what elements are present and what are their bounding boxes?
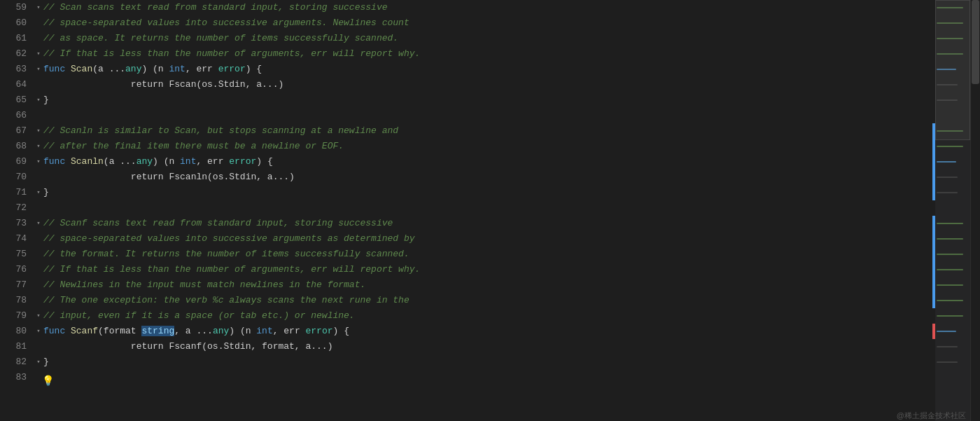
fold-icon[interactable]: ▾ [34,324,43,339]
line-row: 63▾func Scan(a ...any) (n int, err error… [0,62,935,77]
minimap-line [935,139,970,154]
minimap-line [935,308,970,324]
minimap-line [935,262,970,277]
line-number: 79 [0,308,34,324]
fold-icon[interactable]: ▾ [34,185,43,200]
line-row: 70 return Fscanln(os.Stdin, a...) [0,170,935,185]
minimap-thumb[interactable] [935,0,970,140]
fold-icon[interactable]: ▾ [34,46,43,62]
line-number: 70 [0,170,34,185]
line-row: 79▾// input, even if it is a space (or t… [0,308,935,324]
line-row: 62▾// If that is less than the number of… [0,46,935,62]
line-number: 80 [0,324,34,339]
minimap-line [935,185,970,200]
code-line: func Scan(a ...any) (n int, err error) { [43,62,932,77]
line-number: 82 [0,354,34,370]
line-row: 78// The one exception: the verb %c alwa… [0,293,935,308]
line-number: 75 [0,247,34,262]
line-number: 73 [0,216,34,231]
code-line: return Fscanf(os.Stdin, format, a...) [43,339,932,354]
code-line: } [43,92,932,108]
line-row: 80▾func Scanf(format string, a ...any) (… [0,324,935,339]
line-number: 71 [0,185,34,200]
fold-icon[interactable]: ▾ [34,92,43,108]
line-row: 72 [0,200,935,216]
line-number: 69 [0,154,34,170]
line-number: 64 [0,77,34,92]
line-row: 65▾} [0,92,935,108]
line-row: 61// as space. It returns the number of … [0,31,935,46]
minimap-line [935,231,970,247]
code-line: // input, even if it is a space (or tab … [43,308,932,324]
code-line: // space-separated values into successiv… [43,15,932,31]
minimap-line [935,324,970,339]
line-number: 62 [0,46,34,62]
line-row: 67▾// Scanln is similar to Scan, but sto… [0,123,935,139]
line-number: 72 [0,200,34,216]
minimap-line [935,216,970,231]
code-line: // The one exception: the verb %c always… [43,293,932,308]
code-line: } [43,354,932,370]
lightbulb-icon[interactable]: 💡 [42,375,54,387]
code-line: // space-separated values into successiv… [43,231,932,247]
code-line: // If that is less than the number of ar… [43,262,932,277]
line-number: 60 [0,15,34,31]
minimap-line [935,370,970,385]
fold-icon[interactable]: ▾ [34,154,43,170]
fold-icon[interactable]: ▾ [34,62,43,77]
code-line: func Scanf(format string, a ...any) (n i… [43,324,932,339]
code-line: } [43,185,932,200]
minimap-line [935,339,970,354]
line-row: 69▾func Scanln(a ...any) (n int, err err… [0,154,935,170]
watermark-text: @稀土掘金技术社区 [897,410,966,421]
editor-container: 59▾// Scan scans text read from standard… [0,0,980,421]
line-number: 77 [0,277,34,293]
code-line: // Scanf scans text read from standard i… [43,216,932,231]
line-row: 71▾} [0,185,935,200]
code-line: // after the final item there must be a … [43,139,932,154]
line-row: 83💡 [0,370,935,385]
fold-icon[interactable]: ▾ [34,0,43,15]
code-line: return Fscan(os.Stdin, a...) [43,77,932,92]
minimap-line [935,277,970,293]
minimap-line [935,293,970,308]
line-row: 68▾// after the final item there must be… [0,139,935,154]
line-number: 61 [0,31,34,46]
scrollbar-thumb[interactable] [972,0,979,84]
code-line: return Fscanln(os.Stdin, a...) [43,170,932,185]
line-row: 75// the format. It returns the number o… [0,247,935,262]
code-line: // Scanln is similar to Scan, but stops … [43,123,932,139]
fold-icon[interactable]: ▾ [34,216,43,231]
line-number: 74 [0,231,34,247]
minimap-line [935,354,970,370]
code-line: // as space. It returns the number of it… [43,31,932,46]
code-line: // the format. It returns the number of … [43,247,932,262]
fold-icon[interactable]: ▾ [34,123,43,139]
line-row: 64 return Fscan(os.Stdin, a...) [0,77,935,92]
line-row: 66 [0,108,935,123]
fold-icon[interactable]: ▾ [34,308,43,324]
line-number: 83 [0,370,34,385]
code-line: func Scanln(a ...any) (n int, err error)… [43,154,932,170]
line-row: 76// If that is less than the number of … [0,262,935,277]
line-number: 68 [0,139,34,154]
minimap-line [935,154,970,170]
line-row: 82▾} [0,354,935,370]
line-row: 60// space-separated values into success… [0,15,935,31]
code-line: // If that is less than the number of ar… [43,46,932,62]
line-number: 76 [0,262,34,277]
fold-icon[interactable]: ▾ [34,139,43,154]
line-number: 81 [0,339,34,354]
line-row: 59▾// Scan scans text read from standard… [0,0,935,15]
line-number: 59 [0,0,34,15]
minimap-line [935,200,970,216]
line-number: 66 [0,108,34,123]
line-number: 67 [0,123,34,139]
minimap-line [935,170,970,185]
line-number: 63 [0,62,34,77]
line-number: 65 [0,92,34,108]
minimap-line [935,247,970,262]
code-line: // Scan scans text read from standard in… [43,0,932,15]
line-row: 73▾// Scanf scans text read from standar… [0,216,935,231]
fold-icon[interactable]: ▾ [34,354,43,370]
